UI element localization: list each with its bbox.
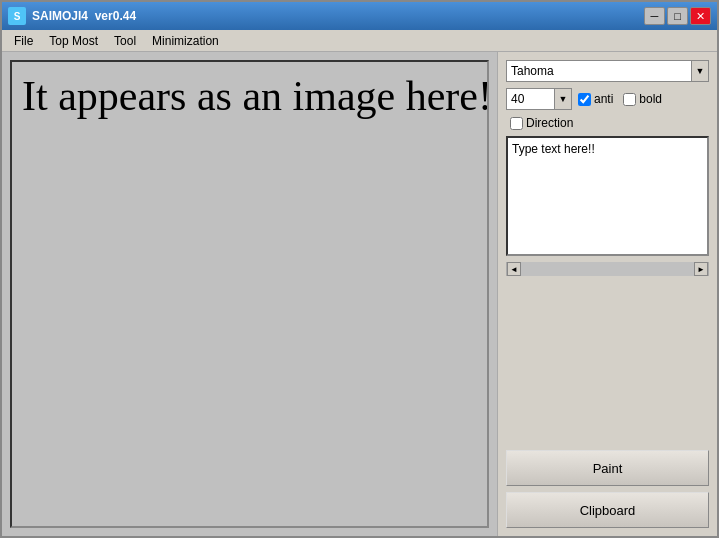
size-options-row: 40 8 10 12 14 18 24 32 48 64 ▼ [506, 88, 709, 110]
app-icon: S [8, 7, 26, 25]
spacer [506, 282, 709, 444]
horizontal-scrollbar: ◄ ► [506, 262, 709, 276]
direction-label: Direction [526, 116, 573, 130]
menu-tool[interactable]: Tool [106, 32, 144, 50]
direction-checkbox-label[interactable]: Direction [510, 116, 573, 130]
main-content: It appears as an image here!! Tahoma Ari… [2, 52, 717, 536]
font-row: Tahoma Arial Times New Roman ▼ [506, 60, 709, 82]
anti-checkbox[interactable] [578, 93, 591, 106]
minimize-button[interactable]: ─ [644, 7, 665, 25]
textarea-container: Type text here!! [506, 136, 709, 256]
size-select[interactable]: 40 8 10 12 14 18 24 32 48 64 [506, 88, 554, 110]
menu-file[interactable]: File [6, 32, 41, 50]
preview-area: It appears as an image here!! [2, 52, 497, 536]
main-window: S SAIMOJI4 ver0.44 ─ □ ✕ File Top Most T… [0, 0, 719, 538]
bold-checkbox[interactable] [623, 93, 636, 106]
title-bar: S SAIMOJI4 ver0.44 ─ □ ✕ [2, 2, 717, 30]
maximize-button[interactable]: □ [667, 7, 688, 25]
right-panel: Tahoma Arial Times New Roman ▼ 40 8 10 1… [497, 52, 717, 536]
clipboard-button[interactable]: Clipboard [506, 492, 709, 528]
menu-minimization[interactable]: Minimization [144, 32, 227, 50]
bold-label: bold [639, 92, 662, 106]
scroll-right-button[interactable]: ► [694, 262, 708, 276]
paint-button[interactable]: Paint [506, 450, 709, 486]
menu-top-most[interactable]: Top Most [41, 32, 106, 50]
text-input[interactable]: Type text here!! [506, 136, 709, 256]
scroll-track[interactable] [521, 262, 694, 276]
title-bar-text: SAIMOJI4 ver0.44 [32, 9, 644, 23]
anti-label: anti [594, 92, 613, 106]
size-dropdown-arrow[interactable]: ▼ [554, 88, 572, 110]
menu-bar: File Top Most Tool Minimization [2, 30, 717, 52]
checkbox-group: anti bold [578, 92, 662, 106]
size-select-container: 40 8 10 12 14 18 24 32 48 64 ▼ [506, 88, 572, 110]
preview-canvas: It appears as an image here!! [10, 60, 489, 528]
preview-image-text: It appears as an image here!! [22, 72, 489, 120]
scroll-left-button[interactable]: ◄ [507, 262, 521, 276]
window-controls: ─ □ ✕ [644, 7, 711, 25]
direction-row: Direction [510, 116, 709, 130]
font-dropdown-arrow[interactable]: ▼ [691, 60, 709, 82]
close-button[interactable]: ✕ [690, 7, 711, 25]
bold-checkbox-label[interactable]: bold [623, 92, 662, 106]
direction-checkbox[interactable] [510, 117, 523, 130]
font-select[interactable]: Tahoma Arial Times New Roman [506, 60, 691, 82]
anti-checkbox-label[interactable]: anti [578, 92, 613, 106]
